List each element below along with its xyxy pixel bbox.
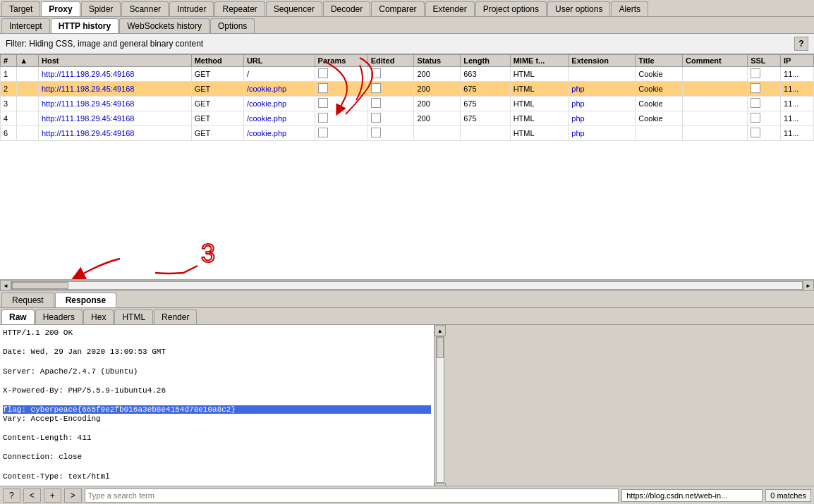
response-line: Connection: close [3, 452, 431, 462]
filter-help-button[interactable]: ? [794, 37, 808, 51]
ssl-checkbox[interactable] [751, 113, 760, 123]
table-header-row: # ▲ Host Method URL Params Edited Status… [1, 55, 814, 67]
content-tab-render[interactable]: Render [154, 309, 197, 324]
edited-checkbox[interactable] [371, 128, 381, 137]
top-nav-tab-scanner[interactable]: Scanner [121, 1, 169, 16]
edited-checkbox[interactable] [371, 113, 381, 123]
content-tab-raw[interactable]: Raw [1, 309, 35, 324]
req-res-tabs: RequestResponse [0, 291, 814, 308]
table-row[interactable]: 2http://111.198.29.45:49168GET/cookie.ph… [1, 82, 814, 97]
top-nav-tab-extender[interactable]: Extender [425, 1, 475, 16]
svg-text:3: 3 [201, 239, 215, 268]
history-table: # ▲ Host Method URL Params Edited Status… [0, 54, 814, 141]
col-header-title[interactable]: Title [636, 55, 683, 67]
response-content: HTTP/1.1 200 OKDate: Wed, 29 Jan 2020 13… [0, 325, 434, 486]
col-header-url[interactable]: URL [243, 55, 315, 67]
top-nav-tab-proxy[interactable]: Proxy [41, 1, 80, 16]
response-line: Vary: Accept-Encoding [3, 414, 431, 424]
req-res-tab-request[interactable]: Request [1, 293, 54, 307]
edited-checkbox[interactable] [371, 83, 381, 93]
col-header-method[interactable]: Method [191, 55, 243, 67]
response-line: X-Powered-By: PHP/5.5.9-1ubuntu4.26 [3, 386, 431, 396]
table-row[interactable]: 1http://111.198.29.45:49168GET/200663HTM… [1, 67, 814, 82]
filter-text: Filter: Hiding CSS, image and general bi… [6, 39, 203, 49]
col-header-ssl[interactable]: SSL [748, 55, 781, 67]
scroll-right-button[interactable]: ► [803, 280, 814, 291]
ssl-checkbox[interactable] [751, 83, 760, 93]
top-nav-tab-intruder[interactable]: Intruder [169, 1, 214, 16]
table-row[interactable]: 3http://111.198.29.45:49168GET/cookie.ph… [1, 97, 814, 111]
response-line: HTTP/1.1 200 OK [3, 328, 431, 338]
params-checkbox[interactable] [318, 128, 328, 137]
col-header-sort[interactable]: ▲ [17, 55, 39, 67]
content-tab-html[interactable]: HTML [114, 309, 153, 324]
response-line: Server: Apache/2.4.7 (Ubuntu) [3, 367, 431, 377]
ssl-checkbox[interactable] [751, 128, 760, 137]
sub-nav-tab-options[interactable]: Options [210, 18, 255, 33]
table-row[interactable]: 6http://111.198.29.45:49168GET/cookie.ph… [1, 126, 814, 141]
scroll-left-button[interactable]: ◄ [0, 280, 11, 291]
col-header-ip[interactable]: IP [781, 55, 814, 67]
sub-nav: InterceptHTTP historyWebSockets historyO… [0, 17, 814, 34]
v-scroll-track[interactable] [436, 336, 444, 483]
col-header-edited[interactable]: Edited [367, 55, 414, 67]
content-tab-hex[interactable]: Hex [83, 309, 114, 324]
top-nav-tab-sequencer[interactable]: Sequencer [266, 1, 322, 16]
response-line: Content-Length: 411 [3, 433, 431, 443]
table-row[interactable]: 4http://111.198.29.45:49168GET/cookie.ph… [1, 111, 814, 126]
edited-checkbox[interactable] [371, 98, 381, 108]
col-header-host[interactable]: Host [38, 55, 191, 67]
content-tabs: RawHeadersHexHTMLRender [0, 308, 814, 325]
filter-bar: Filter: Hiding CSS, image and general bi… [0, 34, 814, 54]
history-table-container: # ▲ Host Method URL Params Edited Status… [0, 54, 814, 223]
top-nav-tab-user-options[interactable]: User options [547, 1, 610, 16]
top-nav-tab-spider[interactable]: Spider [81, 1, 121, 16]
col-header-params[interactable]: Params [315, 55, 367, 67]
col-header-extension[interactable]: Extension [569, 55, 636, 67]
col-header-comment[interactable]: Comment [683, 55, 748, 67]
horizontal-scrollbar[interactable]: ◄ ► [0, 280, 814, 291]
sub-nav-tab-http-history[interactable]: HTTP history [51, 18, 119, 33]
ssl-checkbox[interactable] [751, 68, 760, 78]
top-nav: TargetProxySpiderScannerIntruderRepeater… [0, 0, 814, 17]
scroll-track[interactable] [11, 281, 803, 290]
req-res-tab-response[interactable]: Response [55, 293, 116, 307]
content-tab-headers[interactable]: Headers [35, 309, 83, 324]
response-line: Date: Wed, 29 Jan 2020 13:09:53 GMT [3, 347, 431, 357]
top-nav-tab-project-options[interactable]: Project options [475, 1, 547, 16]
params-checkbox[interactable] [318, 68, 328, 78]
scroll-up-button[interactable]: ▲ [435, 325, 446, 336]
sub-nav-tab-intercept[interactable]: Intercept [1, 18, 50, 33]
top-nav-tab-target[interactable]: Target [1, 1, 40, 16]
params-checkbox[interactable] [318, 83, 328, 93]
scroll-thumb[interactable] [12, 282, 68, 289]
col-header-mime[interactable]: MIME t... [510, 55, 569, 67]
edited-checkbox[interactable] [371, 68, 381, 78]
col-header-status[interactable]: Status [414, 55, 461, 67]
v-scroll-thumb[interactable] [437, 337, 444, 358]
top-nav-tab-comparer[interactable]: Comparer [371, 1, 424, 16]
params-checkbox[interactable] [318, 98, 328, 108]
response-line: flag: cyberpeace{665f9e2fb016a3eb8e4154d… [3, 405, 431, 414]
response-wrapper: HTTP/1.1 200 OKDate: Wed, 29 Jan 2020 13… [0, 325, 814, 486]
response-line: Content-Type: text/html [3, 472, 431, 482]
col-header-num[interactable]: # [1, 55, 17, 67]
top-nav-tab-alerts[interactable]: Alerts [611, 1, 648, 16]
top-nav-tab-repeater[interactable]: Repeater [214, 1, 265, 16]
col-header-length[interactable]: Length [461, 55, 510, 67]
ssl-checkbox[interactable] [751, 98, 760, 108]
top-nav-tab-decoder[interactable]: Decoder [323, 1, 370, 16]
vertical-scrollbar[interactable]: ▲ ▼ [434, 325, 445, 486]
params-checkbox[interactable] [318, 113, 328, 123]
sub-nav-tab-websockets-history[interactable]: WebSockets history [119, 18, 209, 33]
